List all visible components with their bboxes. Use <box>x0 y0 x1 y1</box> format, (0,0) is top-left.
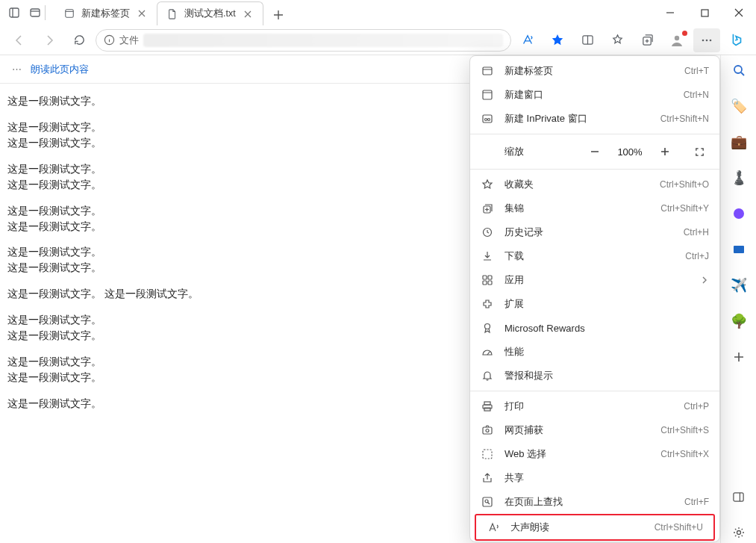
menu-new-tab[interactable]: 新建标签页Ctrl+T <box>470 59 719 83</box>
menu-new-inprivate[interactable]: 新建 InPrivate 窗口Ctrl+Shift+N <box>470 107 719 131</box>
more-menu-button[interactable] <box>693 28 720 52</box>
settings-gear-icon[interactable] <box>728 522 749 543</box>
history-icon <box>481 226 494 239</box>
menu-web-capture[interactable]: 网页捕获Ctrl+Shift+S <box>470 418 719 442</box>
menu-print[interactable]: 打印Ctrl+P <box>470 394 719 418</box>
zoom-out-button[interactable] <box>585 142 605 161</box>
forward-button[interactable] <box>36 28 63 52</box>
tab-1-active[interactable]: 测试文档.txt <box>157 1 263 25</box>
new-tab-button[interactable] <box>268 4 289 25</box>
fullscreen-button[interactable] <box>690 142 709 161</box>
svg-rect-1 <box>31 9 40 16</box>
tab-0[interactable]: 新建标签页 <box>54 1 157 25</box>
tab-actions-icon[interactable] <box>7 6 21 19</box>
search-icon[interactable] <box>728 60 749 81</box>
bing-chat-icon[interactable] <box>723 28 750 52</box>
svg-point-7 <box>675 35 679 40</box>
menu-performance[interactable]: 性能 <box>470 340 719 364</box>
svg-rect-13 <box>734 246 744 253</box>
svg-rect-26 <box>488 281 492 285</box>
svg-rect-23 <box>483 276 487 279</box>
svg-rect-18 <box>483 115 492 122</box>
reader-bar-title[interactable]: 朗读此页内容 <box>31 63 89 76</box>
close-icon[interactable] <box>136 7 148 19</box>
window-titlebar: 新建标签页 测试文档.txt <box>0 0 756 25</box>
address-path-blurred <box>143 34 503 47</box>
menu-downloads[interactable]: 下载Ctrl+J <box>470 244 719 268</box>
menu-web-select[interactable]: Web 选择Ctrl+Shift+X <box>470 442 719 466</box>
back-button[interactable] <box>6 28 33 52</box>
browser-toolbar: 文件 <box>0 25 756 55</box>
refresh-button[interactable] <box>66 28 93 52</box>
svg-point-32 <box>486 429 489 432</box>
zoom-in-button[interactable] <box>655 142 675 161</box>
menu-history[interactable]: 历史记录Ctrl+H <box>470 220 719 244</box>
svg-point-19 <box>485 119 487 121</box>
web-select-icon <box>481 447 494 461</box>
maximize-button[interactable] <box>687 0 722 25</box>
menu-read-aloud[interactable]: 大声朗读Ctrl+Shift+U <box>476 515 713 539</box>
menu-separator <box>470 169 719 170</box>
new-window-icon <box>481 88 494 102</box>
svg-point-9 <box>706 39 708 41</box>
inprivate-icon <box>481 112 494 125</box>
tree-icon[interactable]: 🌳 <box>728 311 749 332</box>
toolbox-icon[interactable]: 💼 <box>728 131 749 152</box>
sidebar-toggle-icon[interactable] <box>728 486 749 507</box>
collections-icon[interactable] <box>634 28 660 52</box>
menu-alerts[interactable]: 警报和提示 <box>470 364 719 388</box>
print-icon <box>481 400 494 413</box>
minimize-button[interactable] <box>653 0 687 25</box>
drag-handle-icon[interactable]: ⋯ <box>12 63 23 75</box>
tab-title: 测试文档.txt <box>184 7 236 20</box>
close-window-button[interactable] <box>722 0 756 25</box>
menu-rewards[interactable]: Microsoft Rewards <box>470 316 719 340</box>
profile-avatar[interactable] <box>663 28 690 52</box>
new-tab-icon <box>481 64 494 78</box>
svg-point-15 <box>737 531 740 535</box>
svg-rect-14 <box>734 492 743 500</box>
send-icon[interactable]: ✈️ <box>728 275 749 296</box>
window-controls <box>653 0 756 25</box>
add-tool-button[interactable] <box>728 347 749 367</box>
globe-icon <box>63 7 75 19</box>
menu-collections[interactable]: 集锦Ctrl+Shift+Y <box>470 196 719 220</box>
split-screen-icon[interactable] <box>574 28 601 52</box>
performance-icon <box>481 345 494 359</box>
chevron-right-icon <box>700 276 709 285</box>
menu-new-window[interactable]: 新建窗口Ctrl+N <box>470 83 719 107</box>
extensions-icon <box>481 297 494 311</box>
svg-point-12 <box>734 208 744 219</box>
bell-icon <box>481 369 494 382</box>
menu-find[interactable]: 在页面上查找Ctrl+F <box>470 490 719 514</box>
menu-favorites[interactable]: 收藏夹Ctrl+Shift+O <box>470 173 719 196</box>
close-icon[interactable] <box>242 8 254 20</box>
office-icon[interactable] <box>728 203 749 224</box>
favorites-bar-icon[interactable] <box>604 28 631 52</box>
svg-rect-25 <box>483 281 487 285</box>
svg-rect-3 <box>702 10 708 16</box>
menu-separator <box>470 391 719 391</box>
svg-rect-16 <box>483 67 492 75</box>
outlook-icon[interactable] <box>728 239 749 260</box>
svg-point-35 <box>485 500 488 503</box>
svg-rect-17 <box>483 90 492 99</box>
menu-more-tools[interactable]: 更多工具 <box>470 541 719 542</box>
svg-rect-31 <box>483 427 492 434</box>
zoom-value: 100% <box>612 146 648 158</box>
highlight-box: 大声朗读Ctrl+Shift+U <box>475 514 715 541</box>
capture-icon <box>481 423 494 437</box>
favorite-star-icon[interactable] <box>544 28 571 52</box>
address-bar[interactable]: 文件 <box>96 29 511 52</box>
tab-title: 新建标签页 <box>81 7 130 20</box>
games-icon[interactable]: ♟️ <box>728 167 749 188</box>
menu-apps[interactable]: 应用 <box>470 268 719 292</box>
svg-point-11 <box>734 66 742 73</box>
svg-point-27 <box>485 324 490 329</box>
menu-extensions[interactable]: 扩展 <box>470 292 719 316</box>
menu-share[interactable]: 共享 <box>470 466 719 490</box>
shopping-tag-icon[interactable]: 🏷️ <box>728 96 749 117</box>
svg-rect-0 <box>10 8 19 17</box>
workspaces-icon[interactable] <box>28 6 42 19</box>
read-aloud-icon[interactable] <box>514 28 541 52</box>
